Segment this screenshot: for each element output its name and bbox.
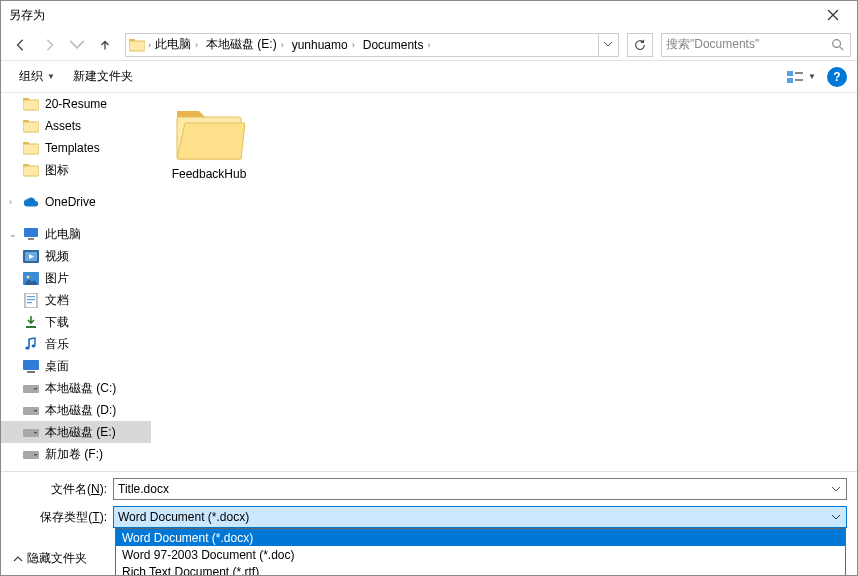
folder-icon — [23, 140, 39, 156]
up-button[interactable] — [93, 33, 117, 57]
svg-rect-28 — [23, 360, 39, 370]
sidebar-item-label: 图标 — [45, 162, 69, 179]
svg-rect-23 — [27, 299, 35, 300]
expander-icon[interactable]: › — [9, 197, 19, 207]
toolbar: 组织▼ 新建文件夹 ▼ ? — [1, 61, 857, 93]
svg-rect-31 — [34, 388, 37, 389]
desktop-icon — [23, 358, 39, 374]
video-icon — [23, 248, 39, 264]
svg-rect-25 — [26, 326, 36, 328]
drive-icon — [23, 380, 39, 396]
content-pane[interactable]: FeedbackHub — [151, 93, 857, 471]
chevron-down-icon[interactable] — [828, 509, 844, 525]
hide-folders-toggle[interactable]: 隐藏文件夹 — [13, 550, 87, 567]
svg-rect-35 — [34, 432, 37, 433]
sidebar-item[interactable]: 桌面 — [1, 355, 151, 377]
svg-point-27 — [32, 344, 36, 347]
filetype-option[interactable]: Word 97-2003 Document (*.doc) — [116, 546, 845, 563]
sidebar-item-label: 视频 — [45, 248, 69, 265]
crumb-2[interactable]: yunhuamo› — [288, 34, 359, 56]
sidebar-item[interactable]: 视频 — [1, 245, 151, 267]
folder-icon — [23, 118, 39, 134]
sidebar-item[interactable]: 下载 — [1, 311, 151, 333]
svg-rect-6 — [795, 79, 803, 81]
sidebar-item-label: 本地磁盘 (E:) — [45, 424, 116, 441]
item-label: FeedbackHub — [172, 167, 247, 181]
sidebar-item-label: 下载 — [45, 314, 69, 331]
new-folder-button[interactable]: 新建文件夹 — [65, 64, 141, 89]
svg-rect-29 — [27, 371, 35, 373]
crumb-3[interactable]: Documents› — [359, 34, 435, 56]
chevron-up-icon — [13, 554, 23, 564]
back-button[interactable] — [9, 33, 33, 57]
filetype-row: 保存类型(T): Word Document (*.docx) — [11, 506, 847, 528]
sidebar-item[interactable]: ›OneDrive — [1, 191, 151, 213]
search-icon — [831, 38, 844, 51]
sidebar-item[interactable]: 图标 — [1, 159, 151, 181]
help-button[interactable]: ? — [827, 67, 847, 87]
sidebar-item-label: 本地磁盘 (D:) — [45, 402, 116, 419]
crumb-1[interactable]: 本地磁盘 (E:)› — [202, 34, 288, 56]
filetype-combobox[interactable]: Word Document (*.docx) — [113, 506, 847, 528]
filename-input[interactable]: Title.docx — [113, 478, 847, 500]
filetype-option[interactable]: Rich Text Document (*.rtf) — [116, 563, 845, 576]
svg-rect-8 — [23, 100, 39, 110]
sidebar-item[interactable]: 图片 — [1, 267, 151, 289]
view-options-button[interactable]: ▼ — [781, 67, 821, 87]
sidebar[interactable]: 20-ResumeAssetsTemplates图标›OneDrive⌄此电脑视… — [1, 93, 151, 471]
folder-icon — [23, 96, 39, 112]
drive-icon — [23, 402, 39, 418]
refresh-button[interactable] — [627, 33, 653, 57]
monitor-icon — [23, 226, 39, 242]
doc-icon — [23, 292, 39, 308]
svg-rect-22 — [27, 296, 35, 297]
sidebar-item[interactable]: 新加卷 (F:) — [1, 443, 151, 465]
svg-point-20 — [27, 275, 30, 278]
chevron-down-icon[interactable] — [828, 481, 844, 497]
close-button[interactable] — [813, 4, 853, 26]
filetype-option[interactable]: Word Document (*.docx) — [116, 529, 845, 546]
forward-button[interactable] — [37, 33, 61, 57]
sidebar-item-label: 图片 — [45, 270, 69, 287]
sidebar-item[interactable]: ⌄此电脑 — [1, 223, 151, 245]
sidebar-item[interactable]: 音乐 — [1, 333, 151, 355]
sidebar-item[interactable]: Assets — [1, 115, 151, 137]
breadcrumb-dropdown[interactable] — [598, 34, 616, 56]
svg-rect-3 — [787, 71, 793, 76]
sidebar-item[interactable]: 本地磁盘 (C:) — [1, 377, 151, 399]
sidebar-item[interactable]: Templates — [1, 137, 151, 159]
svg-rect-4 — [787, 78, 793, 83]
expander-icon[interactable]: ⌄ — [9, 229, 19, 239]
svg-rect-15 — [24, 228, 38, 237]
window-title: 另存为 — [9, 7, 45, 24]
breadcrumb[interactable]: › 此电脑› 本地磁盘 (E:)› yunhuamo› Documents› — [125, 33, 619, 57]
sidebar-item-label: 文档 — [45, 292, 69, 309]
sidebar-item[interactable]: 20-Resume — [1, 93, 151, 115]
filetype-dropdown-list[interactable]: Word Document (*.docx) Word 97-2003 Docu… — [115, 528, 846, 576]
main-area: 20-ResumeAssetsTemplates图标›OneDrive⌄此电脑视… — [1, 93, 857, 471]
folder-item[interactable]: FeedbackHub — [167, 103, 251, 181]
filename-label: 文件名(N): — [11, 481, 113, 498]
sidebar-item[interactable]: 文档 — [1, 289, 151, 311]
sidebar-item-label: OneDrive — [45, 195, 96, 209]
search-input[interactable]: 搜索"Documents" — [661, 33, 851, 57]
svg-rect-1 — [129, 41, 145, 51]
folder-icon — [23, 162, 39, 178]
svg-rect-21 — [25, 293, 37, 308]
svg-point-2 — [833, 40, 841, 48]
filetype-label: 保存类型(T): — [11, 509, 113, 526]
filename-row: 文件名(N): Title.docx — [11, 478, 847, 500]
nav-row: › 此电脑› 本地磁盘 (E:)› yunhuamo› Documents› 搜… — [1, 29, 857, 61]
cloud-icon — [23, 194, 39, 210]
crumb-0[interactable]: 此电脑› — [151, 34, 202, 56]
organize-button[interactable]: 组织▼ — [11, 64, 63, 89]
sidebar-item-label: 桌面 — [45, 358, 69, 375]
drive-icon — [23, 424, 39, 440]
sidebar-item[interactable]: 本地磁盘 (D:) — [1, 399, 151, 421]
recent-dropdown[interactable] — [65, 33, 89, 57]
sidebar-item[interactable]: 本地磁盘 (E:) — [1, 421, 151, 443]
drive-icon — [23, 446, 39, 462]
svg-rect-16 — [28, 238, 34, 240]
svg-rect-12 — [23, 144, 39, 154]
pictures-icon — [23, 270, 39, 286]
